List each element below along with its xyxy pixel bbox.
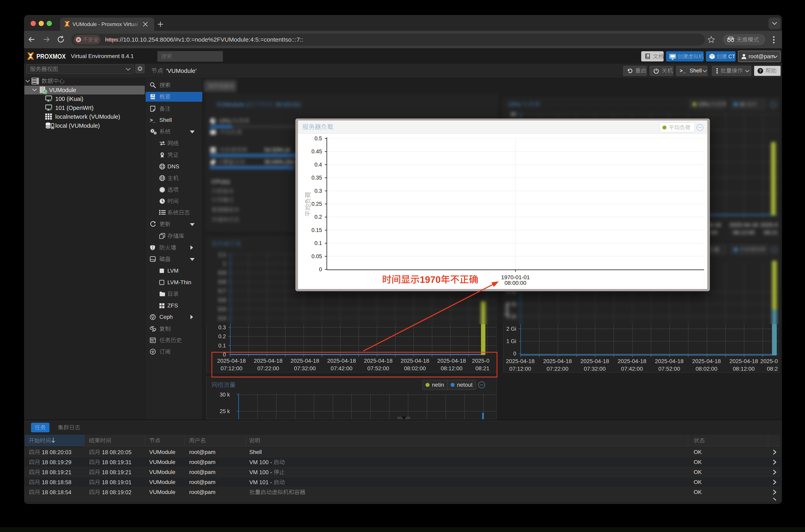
svg-text:?: ? — [759, 69, 762, 73]
